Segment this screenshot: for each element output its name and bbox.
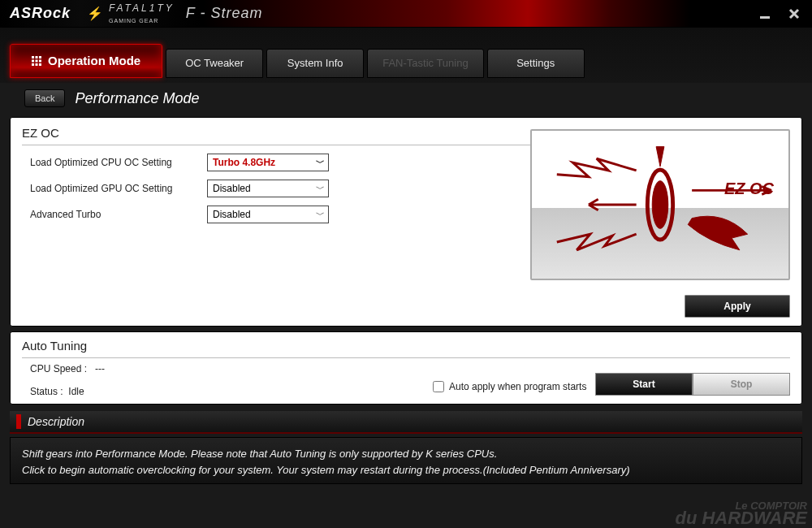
gpu-oc-select[interactable]: Disabled ﹀ [207, 180, 329, 197]
watermark-line1: Le COMPTOIR [675, 501, 807, 511]
cpu-oc-label: Load Optimized CPU OC Setting [30, 157, 192, 168]
main-tabs: Operation Mode OC Tweaker System Info FA… [0, 28, 812, 83]
apply-button[interactable]: Apply [685, 295, 790, 318]
watermark-line2: du HARDWARE [675, 508, 807, 528]
auto-apply-checkbox[interactable]: Auto apply when program starts [433, 381, 586, 392]
fatality-icon: ⚡ [87, 6, 106, 21]
description-line2: Click to begin automatic overclocking fo… [22, 462, 790, 478]
start-button[interactable]: Start [595, 373, 693, 396]
ezoc-illus-label: EZ OC [724, 180, 774, 198]
gpu-oc-label: Load Optimized GPU OC Setting [30, 183, 192, 194]
minimize-icon [759, 8, 771, 19]
description-heading: Description [28, 415, 84, 428]
cpu-speed-label: CPU Speed : [30, 363, 87, 374]
chevron-down-icon: ﹀ [316, 209, 325, 221]
svg-rect-9 [39, 63, 41, 66]
accent-bar-icon [16, 414, 21, 429]
ezoc-illustration: EZ OC [530, 129, 790, 280]
back-button[interactable]: Back [24, 89, 65, 107]
auto-apply-label: Auto apply when program starts [449, 381, 586, 392]
tab-settings[interactable]: Settings [487, 49, 585, 78]
fatality-text: FATAL1TY [109, 2, 175, 14]
status-value: Idle [68, 386, 84, 397]
minimize-button[interactable] [750, 0, 780, 28]
auto-apply-input[interactable] [433, 381, 444, 392]
svg-rect-2 [36, 56, 38, 58]
status-label: Status : [30, 386, 63, 397]
autotune-heading: Auto Tuning [22, 339, 790, 358]
tab-oc-tweaker[interactable]: OC Tweaker [166, 49, 263, 78]
description-line1: Shift gears into Performance Mode. Pleas… [22, 446, 790, 462]
cpu-oc-select[interactable]: Turbo 4.8GHz ﹀ [207, 154, 329, 171]
watermark: Le COMPTOIR du HARDWARE [675, 501, 807, 526]
svg-rect-5 [36, 60, 38, 63]
ezoc-panel: EZ OC Load Optimized CPU OC Setting Turb… [10, 117, 802, 327]
svg-rect-3 [39, 56, 41, 58]
app-title: F - Stream [186, 5, 263, 22]
svg-rect-7 [32, 63, 34, 66]
titlebar: ASRock ⚡ FATAL1TY GAMING GEAR F - Stream [0, 0, 812, 28]
svg-rect-1 [32, 56, 34, 58]
svg-rect-4 [32, 60, 34, 63]
tab-label: Operation Mode [48, 54, 140, 67]
stop-button: Stop [693, 373, 790, 396]
grid-icon [32, 56, 41, 66]
chevron-down-icon: ﹀ [316, 183, 325, 195]
adv-turbo-label: Advanced Turbo [30, 209, 192, 220]
cpu-oc-value: Turbo 4.8GHz [213, 157, 275, 168]
description-header: Description [10, 411, 802, 434]
ezoc-graphic-icon [532, 131, 788, 279]
tab-fan-tuning[interactable]: FAN-Tastic Tuning [367, 49, 484, 78]
svg-rect-0 [760, 16, 770, 19]
page-header: Back Performance Mode [0, 83, 812, 117]
svg-rect-6 [39, 60, 41, 63]
chevron-down-icon: ﹀ [316, 157, 325, 169]
autotune-buttons: Start Stop [595, 373, 790, 396]
tab-system-info[interactable]: System Info [266, 49, 364, 78]
close-icon [788, 8, 800, 19]
fatality-logo: ⚡ FATAL1TY GAMING GEAR [87, 2, 175, 25]
fatality-subtext: GAMING GEAR [109, 18, 158, 24]
tab-operation-mode[interactable]: Operation Mode [10, 44, 162, 78]
cpu-speed-value: --- [95, 363, 105, 374]
svg-rect-8 [36, 63, 38, 66]
page-title: Performance Mode [75, 90, 199, 107]
adv-turbo-value: Disabled [213, 209, 251, 220]
svg-point-11 [652, 181, 668, 229]
autotune-panel: Auto Tuning CPU Speed : --- Status : Idl… [10, 331, 802, 405]
gpu-oc-value: Disabled [213, 183, 251, 194]
adv-turbo-select[interactable]: Disabled ﹀ [207, 206, 329, 223]
close-button[interactable] [780, 0, 809, 28]
description-body: Shift gears into Performance Mode. Pleas… [10, 437, 802, 484]
brand-logo: ASRock [10, 5, 71, 22]
